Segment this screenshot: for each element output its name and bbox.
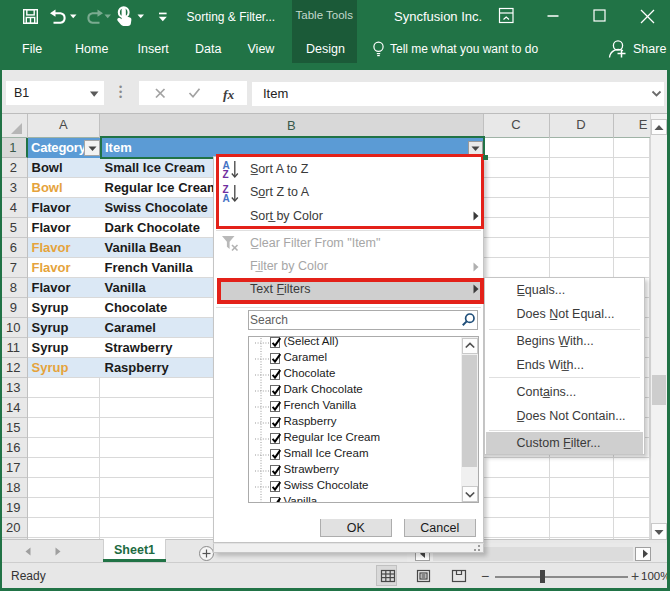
svg-text:fx: fx <box>223 87 234 102</box>
